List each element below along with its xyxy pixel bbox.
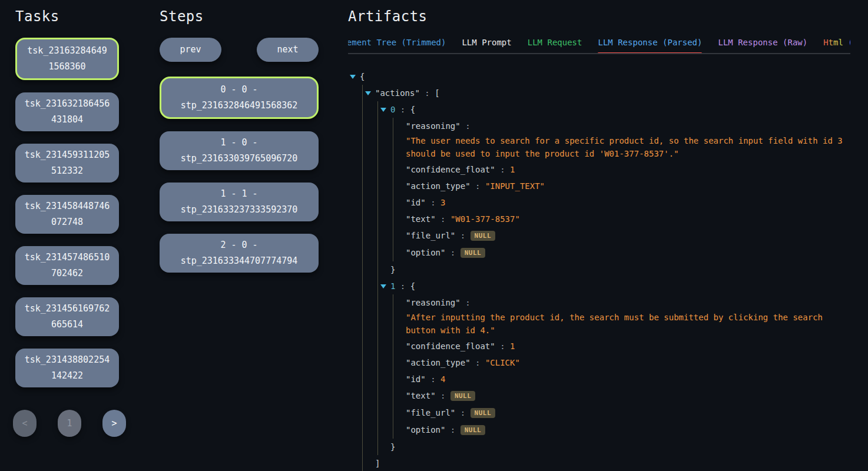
tab-llm-request[interactable]: LLM Request [528,38,582,47]
json-string-value: "The user needs to search for a specific… [406,134,850,161]
tab-label-segment: (Raw) [843,38,850,47]
task-button[interactable]: tsk_231438802254142422 [15,349,119,387]
artifacts-title: Artifacts [348,8,850,25]
json-line: "confidence_float" : 1 [406,161,850,178]
task-button[interactable]: tsk_231632186456431804 [15,92,119,131]
tasks-next-page-button[interactable]: > [102,410,126,437]
step-nav: prev next [160,38,319,62]
tab-label-segment: Element Tree (Trimmed) [348,38,446,47]
tasks-pagination: < 1 > [13,410,126,437]
steps-next-button[interactable]: next [257,38,319,62]
llm-response-json-tree: {"actions" : [0 : {"reasoning" :"The use… [348,68,850,471]
json-line: { [360,68,850,85]
step-button[interactable]: 2 - 0 - stp_231633344707774794 [160,234,319,273]
tasks-panel: Tasks tsk_231632846491568360tsk_23163218… [0,0,134,471]
task-button[interactable]: tsk_231632846491568360 [15,38,119,80]
json-line: ] [375,455,850,471]
task-button[interactable]: tsk_231457486510702462 [15,246,119,285]
artifacts-tabbar: Element Tree (Trimmed)LLM PromptLLM Requ… [348,38,850,54]
null-badge: NULL [460,248,486,258]
tab-label-segment: H [823,38,828,47]
task-list: tsk_231632846491568360tsk_23163218645643… [15,38,119,387]
tab-label-segment: LLM Response (Raw) [718,38,807,47]
json-line: "action_type" : "INPUT_TEXT" [406,178,850,194]
json-line: 1 : { [390,278,850,294]
json-string-value: "After inputting the product id, the sea… [406,311,850,338]
json-line: "file_url" : NULL [406,404,850,422]
json-children: "actions" : [0 : {"reasoning" :"The user… [362,85,850,471]
tasks-page-number-button[interactable]: 1 [58,410,81,437]
tasks-title: Tasks [15,8,134,25]
collapse-caret-icon[interactable] [380,284,386,288]
step-button[interactable]: 0 - 0 - stp_231632846491568362 [160,77,319,119]
tab-llm-response-raw[interactable]: LLM Response (Raw) [718,38,807,47]
task-button[interactable]: tsk_231456169762665614 [15,297,119,336]
json-line: } [390,261,850,278]
tab-label-segment: LLM Request [528,38,582,47]
json-line: "text" : "W01-377-8537" [406,211,850,227]
json-line: "file_url" : NULL [406,227,850,244]
tab-label-segment: LLM Response (Parsed) [598,38,702,47]
json-line: "reasoning" : [406,118,850,134]
json-line: "text" : NULL [406,387,850,404]
json-line: "action_type" : "CLICK" [406,354,850,371]
step-button[interactable]: 1 - 0 - stp_231633039765096720 [160,131,319,170]
json-line: "option" : NULL [406,244,850,261]
json-line: 0 : { [390,101,850,118]
tab-label-segment: LLM Prompt [462,38,511,47]
task-button[interactable]: tsk_231459311205512332 [15,144,119,183]
null-badge: NULL [460,425,486,435]
steps-title: Steps [160,8,334,25]
json-line: } [390,439,850,455]
tab-llm-prompt[interactable]: LLM Prompt [462,38,511,47]
artifacts-panel: Artifacts Element Tree (Trimmed)LLM Prom… [334,0,868,471]
json-line: "actions" : [ [375,85,850,101]
tab-label-segment: m [833,38,838,47]
step-button[interactable]: 1 - 1 - stp_231633237333592370 [160,183,319,221]
json-children: 0 : {"reasoning" :"The user needs to sea… [377,101,850,455]
json-children: "reasoning" :"The user needs to search f… [393,118,850,261]
steps-prev-button[interactable]: prev [160,38,221,62]
collapse-caret-icon[interactable] [365,91,371,95]
json-line: "id" : 4 [406,371,850,387]
json-line: "reasoning" : [406,294,850,311]
tasks-prev-page-button[interactable]: < [13,410,37,437]
null-badge: NULL [450,391,476,401]
tab-label-segment: t [829,38,833,47]
tab-html-raw[interactable]: Html (Raw) [823,38,850,47]
null-badge: NULL [471,231,496,241]
tab-element-tree-trimmed[interactable]: Element Tree (Trimmed) [348,38,446,47]
collapse-caret-icon[interactable] [380,108,386,112]
task-button[interactable]: tsk_231458448746072748 [15,195,119,234]
json-line: "confidence_float" : 1 [406,338,850,354]
json-children: "reasoning" :"After inputting the produc… [393,294,850,439]
step-list: 0 - 0 - stp_2316328464915683621 - 0 - st… [160,77,319,273]
json-line: "id" : 3 [406,194,850,211]
collapse-caret-icon[interactable] [350,75,356,79]
tab-label-segment: l [839,38,843,47]
tab-llm-response-parsed[interactable]: LLM Response (Parsed) [598,38,702,47]
steps-panel: Steps prev next 0 - 0 - stp_231632846491… [134,0,334,471]
null-badge: NULL [471,408,496,418]
json-line: "option" : NULL [406,422,850,439]
